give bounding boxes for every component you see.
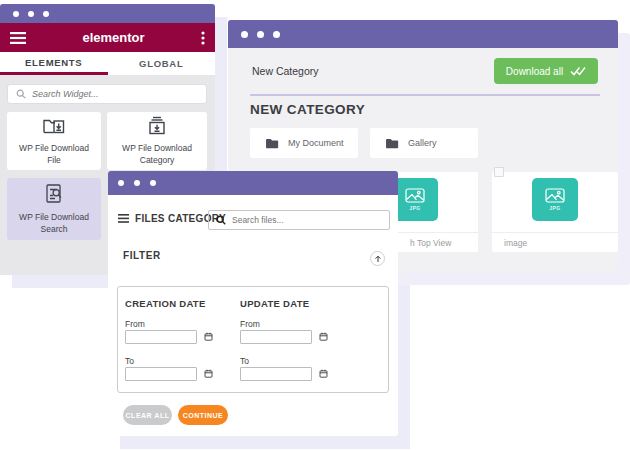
kebab-menu-icon[interactable] bbox=[201, 31, 205, 45]
to-label: To bbox=[240, 356, 249, 366]
jpg-thumbnail: JPG bbox=[532, 178, 578, 221]
category-window-titlebar bbox=[228, 20, 618, 48]
elementor-window-titlebar bbox=[0, 4, 215, 23]
folder-label: My Document bbox=[288, 138, 344, 148]
archive-download-icon bbox=[145, 116, 169, 136]
widget-search-input[interactable] bbox=[32, 89, 182, 99]
window-dot bbox=[273, 31, 280, 38]
creation-date-to-input[interactable] bbox=[125, 367, 197, 381]
file-select-checkbox[interactable] bbox=[494, 167, 504, 177]
widget-wp-file-download-file[interactable]: WP File Download File bbox=[7, 112, 101, 170]
files-search-input[interactable] bbox=[232, 215, 372, 225]
folder-item-my-document[interactable]: My Document bbox=[250, 128, 358, 158]
elementor-tabs: ELEMENTS GLOBAL bbox=[0, 52, 215, 75]
file-type-badge: JPG bbox=[549, 205, 561, 211]
window-dot bbox=[134, 180, 140, 186]
folder-icon bbox=[265, 138, 279, 149]
search-icon bbox=[216, 215, 226, 225]
folder-download-icon bbox=[42, 116, 66, 136]
folder-label: Gallery bbox=[408, 138, 437, 148]
files-search-box[interactable] bbox=[208, 210, 390, 230]
filter-panel: CREATION DATE From To UPDATE DATE From bbox=[117, 286, 389, 393]
files-window: FILES CATEGORY FILTER CREATION DATE From bbox=[108, 171, 398, 436]
clear-all-button[interactable]: CLEAR ALL bbox=[123, 405, 172, 425]
window-dot bbox=[118, 180, 124, 186]
update-date-from-input[interactable] bbox=[240, 330, 312, 344]
widget-wp-file-download-category[interactable]: WP File Download Category bbox=[107, 112, 207, 170]
calendar-icon[interactable] bbox=[319, 369, 328, 378]
file-name: image bbox=[492, 232, 618, 252]
from-label: From bbox=[240, 319, 260, 329]
download-all-label: Download all bbox=[506, 66, 563, 77]
widget-label: WP File Download Search bbox=[13, 212, 95, 234]
image-icon bbox=[405, 188, 425, 203]
window-controls[interactable] bbox=[228, 31, 280, 38]
filter-group-title: CREATION DATE bbox=[125, 298, 206, 309]
file-type-badge: JPG bbox=[409, 205, 421, 211]
widget-label: WP File Download Category bbox=[113, 143, 201, 165]
screenshot-stage: New Category Download all NEW CATEGORY M… bbox=[0, 0, 630, 450]
files-window-body: FILES CATEGORY FILTER CREATION DATE From bbox=[108, 195, 398, 436]
window-dot bbox=[13, 11, 19, 17]
jpg-thumbnail: JPG bbox=[392, 178, 438, 221]
files-window-titlebar bbox=[108, 171, 398, 195]
collapse-filter-button[interactable] bbox=[370, 251, 385, 266]
category-heading: NEW CATEGORY bbox=[250, 102, 365, 117]
hamburger-menu-icon[interactable] bbox=[118, 214, 129, 223]
update-date-to-input[interactable] bbox=[240, 367, 312, 381]
folder-icon bbox=[385, 138, 399, 149]
folder-item-gallery[interactable]: Gallery bbox=[370, 128, 478, 158]
window-controls[interactable] bbox=[0, 11, 49, 17]
elementor-title: elementor bbox=[26, 30, 201, 45]
calendar-icon[interactable] bbox=[204, 332, 213, 341]
file-card[interactable]: JPG image bbox=[492, 172, 618, 252]
window-dot bbox=[43, 11, 49, 17]
hamburger-menu-icon[interactable] bbox=[10, 32, 26, 44]
window-dot bbox=[257, 31, 264, 38]
from-label: From bbox=[125, 319, 145, 329]
calendar-icon[interactable] bbox=[204, 369, 213, 378]
tab-elements[interactable]: ELEMENTS bbox=[0, 52, 108, 75]
filter-group-title: UPDATE DATE bbox=[240, 298, 309, 309]
filter-section-label: FILTER bbox=[123, 250, 161, 261]
double-check-icon bbox=[570, 66, 586, 76]
document-search-icon bbox=[43, 183, 65, 205]
elementor-header: elementor bbox=[0, 23, 215, 52]
calendar-icon[interactable] bbox=[319, 332, 328, 341]
widget-wp-file-download-search[interactable]: WP File Download Search bbox=[7, 178, 101, 240]
creation-date-from-input[interactable] bbox=[125, 330, 197, 344]
widget-search-box[interactable] bbox=[7, 84, 207, 104]
image-icon bbox=[545, 188, 565, 203]
window-dot bbox=[241, 31, 248, 38]
toolbar-divider bbox=[250, 94, 600, 96]
arrow-up-icon bbox=[374, 255, 382, 263]
category-breadcrumb: New Category bbox=[252, 65, 319, 77]
continue-button[interactable]: CONTINUE bbox=[178, 405, 228, 425]
tab-global[interactable]: GLOBAL bbox=[108, 52, 216, 75]
window-dot bbox=[150, 180, 156, 186]
widget-label: WP File Download File bbox=[13, 143, 95, 165]
download-all-button[interactable]: Download all bbox=[494, 58, 598, 84]
window-dot bbox=[28, 11, 34, 17]
search-icon bbox=[16, 89, 26, 99]
window-controls[interactable] bbox=[108, 180, 156, 186]
to-label: To bbox=[125, 356, 134, 366]
